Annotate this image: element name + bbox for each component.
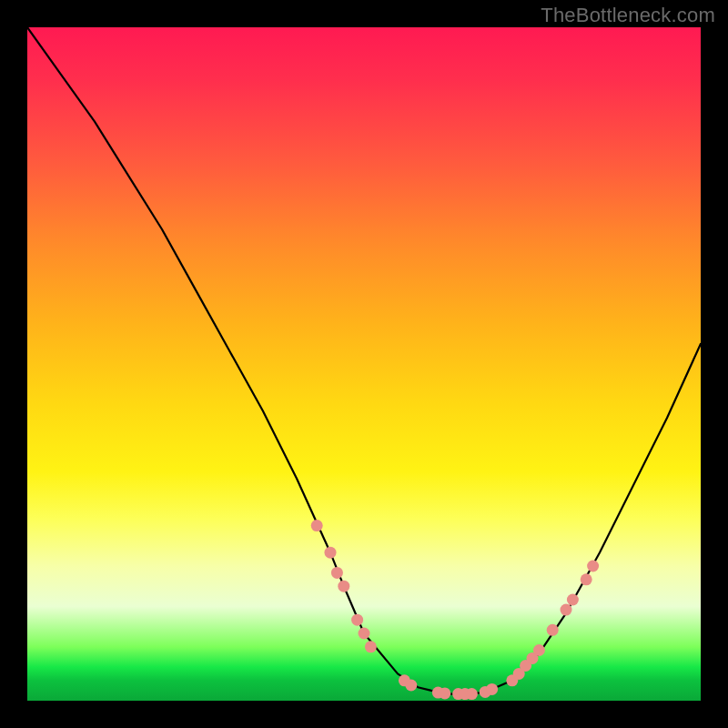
marker-dot bbox=[365, 641, 377, 652]
marker-dot bbox=[439, 687, 450, 699]
marker-dot bbox=[325, 547, 337, 559]
marker-dot bbox=[581, 573, 592, 585]
marker-dot bbox=[311, 520, 323, 531]
marker-dot bbox=[567, 594, 579, 606]
marker-dot bbox=[338, 581, 349, 592]
marker-dot bbox=[405, 680, 417, 692]
watermark-text: TheBottleneck.com bbox=[541, 4, 715, 27]
plot-area bbox=[27, 27, 701, 701]
chart-frame: TheBottleneck.com bbox=[0, 0, 728, 728]
marker-dot bbox=[533, 644, 545, 656]
curve-layer bbox=[27, 27, 701, 701]
marker-dot bbox=[466, 688, 478, 700]
marker-dot bbox=[547, 624, 559, 636]
marker-dot bbox=[486, 683, 498, 695]
marker-dot bbox=[587, 561, 599, 572]
marker-dot bbox=[351, 614, 363, 626]
bottleneck-curve bbox=[27, 27, 701, 694]
marker-dot bbox=[561, 604, 572, 616]
marker-dot bbox=[331, 567, 343, 579]
marker-dot bbox=[359, 628, 370, 640]
